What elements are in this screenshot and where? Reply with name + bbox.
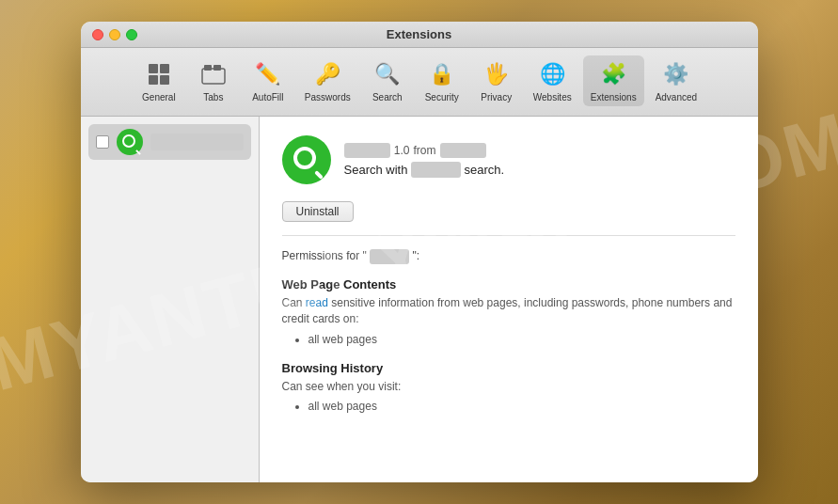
privacy-icon: 🖐 (482, 59, 512, 89)
extension-checkbox[interactable] (96, 135, 109, 149)
extension-small-icon (117, 129, 143, 155)
svg-rect-3 (160, 75, 169, 85)
security-label: Security (425, 92, 459, 102)
passwords-icon: 🔑 (312, 59, 342, 89)
preferences-window: Extensions General (81, 22, 758, 482)
maximize-button[interactable] (126, 29, 137, 40)
web-page-contents-section: Web Page Contents Can read sensitive inf… (282, 277, 735, 346)
traffic-lights (92, 29, 137, 40)
security-icon: 🔒 (427, 59, 457, 89)
general-icon (144, 59, 174, 89)
privacy-label: Privacy (481, 92, 512, 102)
search-with-prefix: Search with (344, 163, 408, 177)
svg-rect-2 (149, 75, 158, 85)
extension-description: Search with search. (344, 162, 735, 178)
search-with-suffix: search. (465, 163, 505, 177)
autofill-icon: ✏️ (253, 59, 283, 89)
browsing-history-title: Browsing History (282, 361, 735, 375)
close-button[interactable] (92, 29, 103, 40)
divider (282, 235, 735, 236)
svg-rect-1 (160, 64, 169, 73)
minimize-button[interactable] (109, 29, 120, 40)
version-number: 1.0 (394, 144, 410, 157)
extension-header: 1.0 from Search with search. (282, 135, 735, 184)
autofill-label: AutoFill (252, 92, 283, 102)
extension-big-icon (282, 135, 331, 184)
websites-label: Websites (533, 92, 572, 102)
list-item: all web pages (308, 400, 735, 413)
permissions-suffix: ": (412, 249, 419, 264)
toolbar-item-extensions[interactable]: 🧩 Extensions (583, 55, 644, 106)
list-item: all web pages (308, 333, 735, 346)
toolbar-item-passwords[interactable]: 🔑 Passwords (297, 55, 358, 106)
main-content: 1.0 from Search with search. (81, 117, 758, 482)
toolbar-item-advanced[interactable]: ⚙️ Advanced (648, 55, 704, 106)
uninstall-button[interactable]: Uninstall (282, 201, 354, 222)
toolbar-item-general[interactable]: General (134, 55, 184, 106)
web-page-contents-title: Web Page Contents (282, 277, 735, 291)
window-title: Extensions (387, 27, 451, 41)
permissions-label: Permissions for " (282, 249, 367, 264)
browsing-history-section: Browsing History Can see when you visit:… (282, 361, 735, 414)
advanced-label: Advanced (656, 92, 697, 102)
svg-rect-0 (149, 64, 158, 73)
tabs-icon (198, 59, 229, 89)
toolbar: General Tabs ✏️ AutoFill 🔑 Password (81, 48, 758, 117)
toolbar-item-search[interactable]: 🔍 Search (362, 55, 413, 106)
extension-info: 1.0 from Search with search. (344, 143, 735, 178)
toolbar-item-autofill[interactable]: ✏️ AutoFill (243, 55, 293, 106)
uninstall-button-wrapper: Uninstall (282, 197, 735, 235)
read-highlight: read (306, 296, 328, 309)
toolbar-item-tabs[interactable]: Tabs (188, 55, 239, 106)
sidebar (81, 117, 260, 482)
extensions-label: Extensions (591, 92, 637, 102)
titlebar: Extensions (81, 22, 758, 48)
passwords-label: Passwords (305, 92, 351, 102)
search-label: Search (372, 92, 403, 102)
toolbar-item-security[interactable]: 🔒 Security (417, 55, 467, 106)
browsing-history-list: all web pages (282, 400, 735, 413)
extensions-icon: 🧩 (598, 59, 628, 89)
version-from-label: from (414, 144, 436, 157)
browsing-history-desc: Can see when you visit: (282, 379, 735, 395)
search-icon: 🔍 (372, 59, 403, 89)
toolbar-item-websites[interactable]: 🌐 Websites (526, 55, 579, 106)
svg-rect-5 (204, 65, 212, 71)
tabs-label: Tabs (203, 92, 223, 102)
web-page-contents-list: all web pages (282, 333, 735, 346)
web-page-contents-desc: Can read sensitive information from web … (282, 295, 735, 327)
toolbar-item-privacy[interactable]: 🖐 Privacy (471, 55, 522, 106)
advanced-icon: ⚙️ (661, 59, 691, 89)
permissions-title: Permissions for " ": (282, 249, 735, 264)
svg-rect-4 (202, 69, 225, 84)
search-extension-name (411, 162, 460, 178)
sidebar-extension-item[interactable] (88, 124, 251, 160)
extension-version-line: 1.0 from (344, 143, 735, 158)
websites-icon: 🌐 (537, 59, 567, 89)
svg-rect-6 (213, 65, 221, 71)
general-label: General (142, 92, 176, 102)
permissions-ext-name (370, 249, 410, 264)
extension-name-blurred (150, 134, 244, 150)
extension-developer (440, 143, 486, 158)
detail-panel: 1.0 from Search with search. (260, 117, 758, 482)
extension-name-version (344, 143, 390, 158)
